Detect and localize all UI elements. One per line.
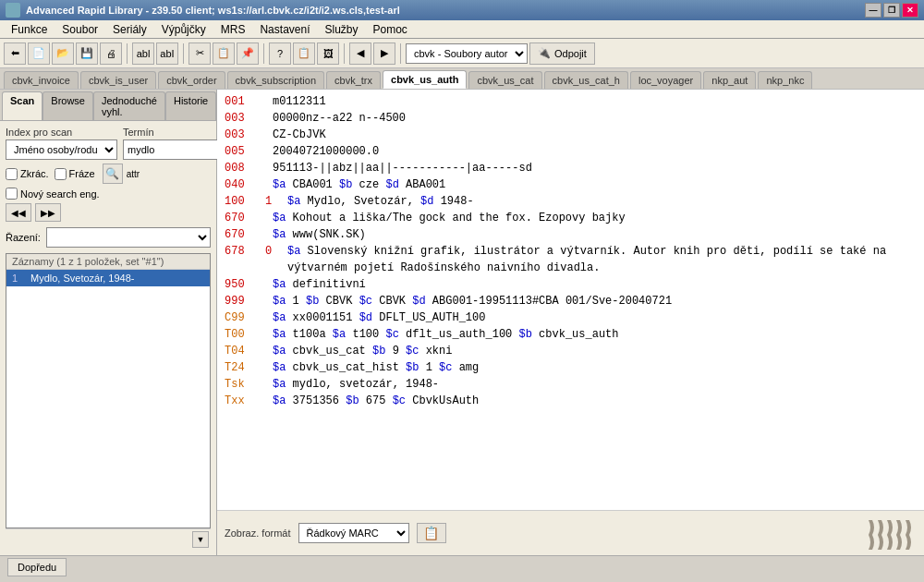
toolbar-btn-cut[interactable]: ✂ xyxy=(188,42,211,65)
format-dropdown[interactable]: Řádkový MARC ISBD MARC21 xyxy=(298,523,409,543)
titlebar: Advanced Rapid Library - z39.50 client; … xyxy=(0,0,924,20)
marc-row: 040$a CBA001 $b cze $d ABA001 xyxy=(225,176,917,193)
marc-row: 950$a definitivní xyxy=(225,276,917,293)
toolbar-btn-copy[interactable]: 📋 xyxy=(213,42,235,65)
menu-funkce[interactable]: Funkce xyxy=(4,21,55,38)
nav-next[interactable]: ▶▶ xyxy=(35,203,61,222)
subtab-browse[interactable]: Browse xyxy=(43,91,93,120)
marc-row: 00520040721000000.0 xyxy=(225,143,917,160)
attr-search-btn[interactable]: 🔍 xyxy=(103,164,123,184)
toolbar-btn-abl2[interactable]: abI xyxy=(156,42,178,65)
subtab-scan[interactable]: Scan xyxy=(2,91,43,120)
toolbar-btn-6[interactable]: 🖼 xyxy=(317,42,339,65)
minimize-button[interactable]: — xyxy=(865,3,881,18)
marc-row: 00300000nz--a22 n--4500 xyxy=(225,110,917,127)
subtab-jednoduche[interactable]: Jednoduché vyhl. xyxy=(93,91,165,120)
tab-loc-voyager[interactable]: loc_voyager xyxy=(630,71,701,89)
fraze-checkbox-label[interactable]: Fráze xyxy=(55,168,95,180)
toolbar-btn-1[interactable]: ⬅ xyxy=(4,42,26,65)
marc-row: 001m0112311 xyxy=(225,93,917,110)
novy-checkbox[interactable] xyxy=(6,188,18,200)
marc-row: Txx$a 3751356 $b 675 $c CbvkUsAuth xyxy=(225,393,917,409)
fraze-checkbox[interactable] xyxy=(55,168,67,180)
menu-sluzby[interactable]: Služby xyxy=(317,21,365,38)
toolbar-btn-new[interactable]: 📄 xyxy=(28,42,50,65)
scroll-down-btn[interactable]: ▼ xyxy=(192,531,209,548)
marc-tag: 670 xyxy=(225,226,258,243)
result-item[interactable]: 1 Mydlo, Svetozár, 1948- xyxy=(6,270,210,286)
zkrac-label: Zkrác. xyxy=(20,168,49,179)
toolbar-btn-save[interactable]: 💾 xyxy=(76,42,98,65)
marc-row: 1001$a Mydlo, Svetozár, $d 1948- xyxy=(225,193,917,210)
marc-row: Tsk$a mydlo, svetozár, 1948- xyxy=(225,376,917,393)
marc-indicator: 1 xyxy=(265,193,280,210)
menu-nastaveni[interactable]: Nastavení xyxy=(252,21,317,38)
marc-tag: 040 xyxy=(225,176,258,193)
format-bar: Zobraz. formát Řádkový MARC ISBD MARC21 … xyxy=(217,510,924,555)
disconnect-button[interactable]: 🔌 Odpojit xyxy=(529,42,595,65)
marc-tag: 001 xyxy=(225,93,258,110)
marc-tag: 100 xyxy=(225,193,258,210)
tab-cbvk-subscription[interactable]: cbvk_subscription xyxy=(227,71,324,89)
tab-nkp-nkc[interactable]: nkp_nkc xyxy=(758,71,812,89)
tab-cbvk-order[interactable]: cbvk_order xyxy=(158,71,225,89)
toolbar-btn-help[interactable]: ? xyxy=(269,42,291,65)
toolbar-btn-5[interactable]: 📋 xyxy=(293,42,315,65)
sort-row: Řazení: xyxy=(6,227,211,248)
marc-tag: 005 xyxy=(225,143,258,160)
zkrac-checkbox[interactable] xyxy=(6,168,18,180)
nav-prev[interactable]: ◀◀ xyxy=(6,203,31,222)
subtab-historie[interactable]: Historie xyxy=(165,91,216,120)
sub-tabs: Scan Browse Jednoduché vyhl. Historie Ko… xyxy=(0,90,216,121)
nav-buttons: ◀◀ ▶▶ xyxy=(6,203,211,222)
marc-content: $a mydlo, svetozár, 1948- xyxy=(273,376,439,393)
window-title: Advanced Rapid Library - z39.50 client; … xyxy=(26,5,400,16)
toolbar-btn-open[interactable]: 📂 xyxy=(52,42,74,65)
menu-vypujcky[interactable]: Výpůjčky xyxy=(154,21,213,38)
server-selector[interactable]: cbvk - Soubory autor xyxy=(406,43,528,64)
app-logo xyxy=(865,516,917,550)
tab-cbvk-is-user[interactable]: cbvk_is_user xyxy=(80,71,156,89)
tab-cbvk-us-auth[interactable]: cbvk_us_auth xyxy=(383,70,467,89)
results-header: Záznamy (1 z 1 položek, set "#1") xyxy=(6,254,210,270)
marc-content: $a xx0001151 $d DFLT_US_AUTH_100 xyxy=(273,309,485,326)
marc-row: 008951113-||abz||aa||-----------|aa-----… xyxy=(225,160,917,176)
attr-button[interactable]: attr xyxy=(127,169,140,179)
close-button[interactable]: ✕ xyxy=(902,3,918,18)
marc-tag: 003 xyxy=(225,127,258,143)
toolbar-sep-2 xyxy=(183,43,184,64)
restore-button[interactable]: ❐ xyxy=(883,3,900,18)
marc-row: T24$a cbvk_us_cat_hist $b 1 $c amg xyxy=(225,359,917,376)
marc-tag: 678 xyxy=(225,243,258,276)
tab-cbvk-trx[interactable]: cbvk_trx xyxy=(326,71,381,89)
marc-row: 999$a 1 $b CBVK $c CBVK $d ABG001-199511… xyxy=(225,293,917,309)
menu-serialy[interactable]: Seriály xyxy=(105,21,154,38)
menu-soubor[interactable]: Soubor xyxy=(55,21,105,38)
menu-mrs[interactable]: MRS xyxy=(213,21,253,38)
marc-content: $a CBA001 $b cze $d ABA001 xyxy=(273,176,445,193)
format-label: Zobraz. formát xyxy=(225,527,291,539)
toolbar-btn-forward[interactable]: ▶ xyxy=(373,42,395,65)
sort-dropdown[interactable] xyxy=(46,227,211,248)
menu-pomoc[interactable]: Pomoc xyxy=(366,21,415,38)
right-panel: 001m011231100300000nz--a22 n--4500003CZ-… xyxy=(217,90,924,555)
marc-row: 6780$a Slovenský knižní grafik, ilustrát… xyxy=(225,243,917,276)
sort-label: Řazení: xyxy=(6,232,41,243)
novy-checkbox-label[interactable]: Nový search eng. xyxy=(6,188,100,200)
tab-cbvk-us-cat[interactable]: cbvk_us_cat xyxy=(468,71,541,89)
tab-nkp-aut[interactable]: nkp_aut xyxy=(703,71,756,89)
marc-tag: 950 xyxy=(225,276,258,293)
toolbar-btn-paste[interactable]: 📌 xyxy=(237,42,259,65)
toolbar: ⬅ 📄 📂 💾 🖨 abl abI ✂ 📋 📌 ? 📋 🖼 ◀ ▶ cbvk -… xyxy=(0,39,924,68)
tab-cbvk-invoice[interactable]: cbvk_invoice xyxy=(4,71,79,89)
toolbar-btn-back[interactable]: ◀ xyxy=(349,42,371,65)
result-num: 1 xyxy=(12,273,27,284)
toolbar-btn-abl[interactable]: abl xyxy=(132,42,154,65)
marc-content: CZ-CbJVK xyxy=(273,127,326,143)
tab-cbvk-us-cat-h[interactable]: cbvk_us_cat_h xyxy=(544,71,628,89)
index-dropdown[interactable]: Jméno osoby/rodu xyxy=(6,139,117,160)
toolbar-btn-print[interactable]: 🖨 xyxy=(100,42,122,65)
dopreduplast-button[interactable]: Dopředu xyxy=(7,558,67,576)
zkrac-checkbox-label[interactable]: Zkrác. xyxy=(6,168,49,180)
format-copy-btn[interactable]: 📋 xyxy=(417,523,446,543)
